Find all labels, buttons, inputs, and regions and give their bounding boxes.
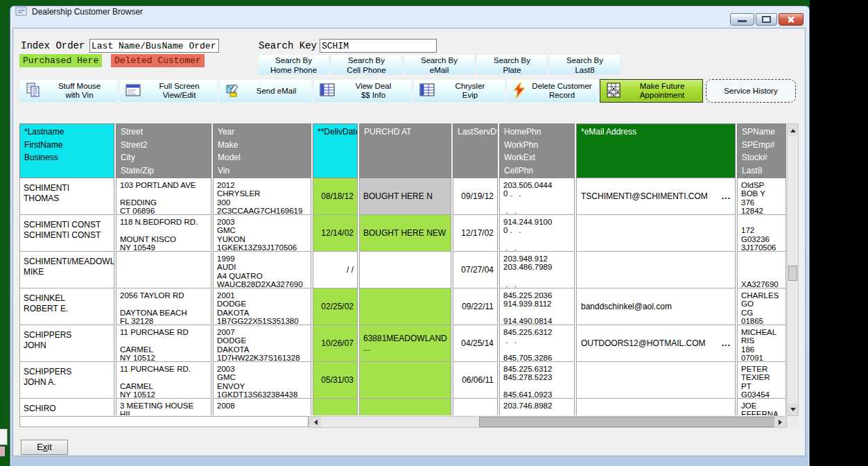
cell-last-serv-date: 09/19/12 [453, 178, 498, 215]
purchased-here-badge: Purchased Here [19, 54, 102, 67]
cell-last-serv-date: 12/17/02 [453, 215, 498, 252]
grid-body: SCHIMENTI THOMAS 103 PORTLAND AVE REDDIN… [19, 178, 786, 415]
search-by-home-phone-button[interactable]: Search By Home Phone [258, 54, 329, 75]
email-more-button[interactable]: ... [722, 191, 731, 201]
table-row[interactable]: SCHIPPERS JOHN A. 11 PURCHASE RD. CARMEL… [19, 362, 786, 399]
scroll-down-button[interactable] [788, 404, 798, 415]
minimize-icon [738, 20, 747, 22]
table-row[interactable]: SCHIMENTI THOMAS 103 PORTLAND AVE REDDIN… [19, 178, 786, 215]
index-order-input[interactable] [89, 39, 219, 53]
column-header-street: Street Street2 City State/Zip [116, 123, 211, 178]
maximize-icon [762, 16, 771, 23]
chrysler-evip-button[interactable]: Chrysler Evip [413, 79, 505, 103]
cell-address: 103 PORTLAND AVE REDDING CT 06896 [116, 178, 211, 215]
cell-salesperson: JOE EFFERNA [737, 399, 786, 415]
documents-icon [25, 82, 42, 101]
search-by-cell-phone-button[interactable]: Search By Cell Phone [331, 54, 402, 75]
send-email-button[interactable]: Send eMail [219, 79, 312, 103]
cell-purchd-at [359, 362, 451, 399]
cell-vehicle: 2003 GMC YUKON 1GKEK13Z93J170506 [213, 215, 311, 252]
table-row[interactable]: SCHIPPERS JOHN 11 PURCHASE RD CARMEL NY … [19, 325, 786, 362]
table-icon [319, 82, 336, 101]
search-by-plate-button[interactable]: Search By Plate [476, 54, 548, 75]
minimize-button[interactable] [730, 13, 754, 26]
toolbar-button-label: View Deal $$ Info [336, 82, 411, 100]
email-text: TSCHIMENTI@SCHIMENTI.COM [581, 191, 708, 201]
grid-bottom-strip [19, 416, 309, 427]
vertical-scroll-thumb[interactable] [788, 266, 797, 281]
cell-last-serv-date: 07/27/04 [453, 252, 498, 288]
cell-vehicle: 2008 [213, 399, 311, 415]
search-by-last8-button[interactable]: Search By Last8 [549, 54, 620, 75]
service-history-button[interactable]: Service History [706, 79, 796, 103]
app-icon [15, 6, 28, 19]
table-row[interactable]: SCHIRO 3 MEETING HOUSE HIL 2008 203.746.… [19, 399, 786, 415]
scroll-right-button[interactable] [774, 417, 786, 427]
lightning-icon [512, 82, 526, 101]
toolbar-button-label: Send eMail [241, 87, 311, 96]
search-key-input[interactable] [320, 39, 437, 53]
cell-name: SCHIRO [19, 399, 114, 415]
table-row[interactable]: SCHIMENTI CONST SCHIMENTI CONST 118 N.BE… [19, 215, 786, 252]
desktop-icon-fragment [0, 429, 8, 445]
cell-name: SCHIMENTI THOMAS [19, 178, 114, 215]
cell-phones: 845.225.2036 914.939.8112 914.490.0814 [499, 288, 575, 325]
close-button[interactable] [779, 13, 804, 26]
view-deal-info-button[interactable]: View Deal $$ Info [313, 79, 412, 103]
cell-purchd-at [359, 399, 451, 415]
exit-label: it [47, 442, 52, 452]
cell-deliv-date: 05/31/03 [313, 362, 358, 399]
column-header-vehicle: Year Make Model Vin [213, 123, 311, 178]
make-future-appointment-button[interactable]: Make Future Appointment [600, 79, 703, 103]
search-key-label: Search Key [259, 40, 317, 52]
cell-purchd-at: 63881MEADOWLAND ... [359, 325, 451, 362]
search-by-email-button[interactable]: Search By eMail [403, 54, 475, 75]
cell-salesperson: 172 G03236 3J170506 [737, 215, 786, 252]
column-header-purchd-at: PURCHD AT [359, 123, 451, 178]
up-arrow-icon [790, 126, 796, 132]
cell-last-serv-date [453, 399, 498, 415]
cell-purchd-at: BOUGHT HERE NEW [359, 215, 451, 252]
cell-phones: 845.225.6312 845.278.5223 845.641.0923 [499, 362, 575, 399]
column-header-lastname: *Lastname FirstName Business [19, 123, 114, 178]
vertical-scrollbar[interactable] [787, 123, 799, 416]
email-more-button[interactable]: ... [722, 338, 731, 348]
cell-address: 118 N.BEDFORD RD. MOUNT KISCO NY 10549 [116, 215, 211, 252]
stuff-mouse-with-vin-button[interactable]: Stuff Mouse with Vin [19, 79, 118, 103]
table-icon [419, 82, 435, 101]
cell-vehicle: 2001 DODGE DAKOTA 1B7GG22X51S351380 [213, 288, 311, 325]
toolbar-button-label: Make Future Appointment [622, 82, 702, 100]
scroll-left-button[interactable] [309, 417, 321, 427]
email-text: OUTDOORS12@HOTMAIL.COM [581, 338, 706, 348]
column-header-phones: HomePhn WorkPhn WorkExt CellPhn [499, 123, 575, 178]
maximize-button[interactable] [756, 13, 777, 26]
delete-customer-record-button[interactable]: Delete Customer Record [507, 79, 598, 103]
column-header-delivdate: **DelivDate [313, 123, 358, 178]
cell-last-serv-date: 09/22/11 [453, 288, 498, 325]
toolbar-button-label: Service History [706, 87, 795, 96]
cell-email [576, 252, 736, 288]
cell-salesperson: PETER TEXIER PT G03454 32384438 [737, 362, 786, 399]
cell-salesperson: OldSP BOB Y 376 12842 CH169619 [737, 178, 786, 215]
cell-name: SCHIMENTI CONST SCHIMENTI CONST [19, 215, 114, 252]
cell-address: 3 MEETING HOUSE HIL [116, 399, 211, 415]
horizontal-scroll-thumb[interactable] [479, 417, 776, 427]
column-header-lastservdt: LastServDt [453, 123, 498, 178]
table-row[interactable]: SCHINKEL ROBERT E. 2056 TAYLOR RD DAYTON… [19, 288, 786, 325]
exit-button[interactable]: Exit [21, 440, 68, 455]
full-screen-view-edit-button[interactable]: Full Screen View/Edit [119, 79, 218, 103]
cell-address: 2056 TAYLOR RD DAYTONA BEACH FL 32128 [116, 288, 211, 325]
cell-name: SCHINKEL ROBERT E. [19, 288, 114, 325]
down-arrow-icon [790, 408, 796, 414]
scroll-up-button[interactable] [788, 124, 798, 136]
cell-phones: 203.505.0444 0 . . . . [499, 178, 575, 215]
cell-deliv-date [313, 399, 358, 415]
cell-deliv-date: / / [313, 252, 358, 288]
cell-phones: 203.746.8982 [499, 399, 575, 415]
window-icon [125, 82, 141, 101]
toolbar-button-label: Chrysler Evip [435, 82, 505, 100]
horizontal-scrollbar[interactable] [309, 416, 787, 428]
table-row[interactable]: SCHIMENTI/MEADOWLAND MIKE 1999 AUDI A4 Q… [19, 252, 786, 288]
index-order-label: Index Order [21, 40, 85, 52]
cell-vehicle: 2012 CHRYSLER 300 2C3CCAAG7CH169619 [213, 178, 311, 215]
